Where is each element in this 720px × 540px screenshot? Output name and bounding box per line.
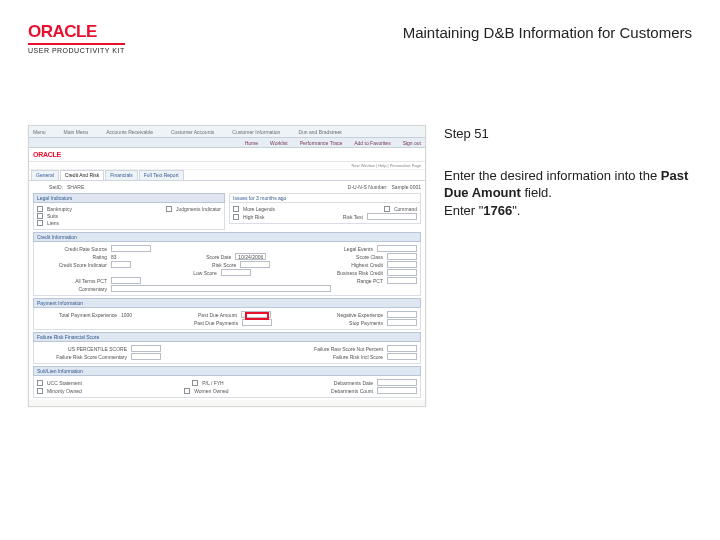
- input[interactable]: [377, 245, 417, 252]
- input[interactable]: [387, 261, 417, 268]
- field-label: Highest Credit: [351, 262, 383, 268]
- payment-info-body: Total Payment Experience1000Past Due Amo…: [33, 308, 421, 330]
- field-label: Failure Raw Score Not Percent: [314, 346, 383, 352]
- field-label: Business Risk Credit: [337, 270, 383, 276]
- field-label: US PERCENTILE SCORE: [37, 346, 127, 352]
- app-logo-row: ORACLE: [29, 148, 425, 162]
- input[interactable]: [221, 269, 251, 276]
- checkbox[interactable]: [166, 206, 172, 212]
- input[interactable]: [387, 345, 417, 352]
- field-label: UCC Statement: [47, 380, 82, 386]
- duns-label: D-U-N-S Number:: [348, 184, 388, 190]
- input[interactable]: [387, 253, 417, 260]
- oracle-logo-subtitle: USER PRODUCTIVITY KIT: [28, 43, 125, 54]
- failure-section-header: Failure Risk Financial Score: [33, 332, 421, 342]
- checkbox[interactable]: [233, 214, 239, 220]
- failure-section-body: US PERCENTILE SCOREFailure Raw Score Not…: [33, 342, 421, 364]
- field-label: Suits: [47, 213, 58, 219]
- menu-item: Customer Accounts: [171, 129, 214, 135]
- field-label: Credit Rate Source: [37, 246, 107, 252]
- submenu-item: Sign out: [403, 140, 421, 146]
- checkbox[interactable]: [37, 206, 43, 212]
- setid-value: SHARE: [67, 184, 84, 190]
- credit-info-body: Credit Rate SourceLegal Events Rating83S…: [33, 242, 421, 296]
- field-label: Score Class: [356, 254, 383, 260]
- application-screenshot: Menu Main Menu Accounts Receivable Custo…: [28, 125, 426, 407]
- app-logo: ORACLE: [33, 151, 61, 158]
- credit-info-header: Credit Information: [33, 232, 421, 242]
- field-label: Women Owned: [194, 388, 228, 394]
- field-label: Command: [394, 206, 417, 212]
- menu-item: Dun and Bradstreet: [298, 129, 341, 135]
- input[interactable]: [111, 261, 131, 268]
- legal-indicators-body: BankruptcyJudgments Indicator Suits Lien…: [33, 203, 225, 230]
- checkbox[interactable]: [233, 206, 239, 212]
- suit-section-body: UCC StatementP/L / FYHDebarments Date Mi…: [33, 376, 421, 398]
- form-panel: SetID: SHARE D-U-N-S Number: Sample 0001…: [29, 180, 425, 400]
- field-highlight: [245, 312, 269, 320]
- field-label: Risk Score: [212, 262, 236, 268]
- input[interactable]: [111, 245, 151, 252]
- field-value: 83: [111, 254, 117, 260]
- oracle-logo: ORACLE: [28, 22, 125, 42]
- field-label: Total Payment Experience: [37, 312, 117, 318]
- instruction-text: Enter the desired information into the P…: [444, 167, 692, 220]
- field-label: All Terms PCT: [37, 278, 107, 284]
- field-label: Commentary: [37, 286, 107, 292]
- field-label: More Legends: [243, 206, 275, 212]
- submenu-item: Home: [245, 140, 258, 146]
- checkbox[interactable]: [37, 213, 43, 219]
- tab-financials[interactable]: Financials: [105, 170, 138, 180]
- tab-full-text[interactable]: Full Text Report: [139, 170, 184, 180]
- tab-credit-and-risk[interactable]: Credit And Risk: [60, 170, 104, 180]
- field-label: Range PCT: [357, 278, 383, 284]
- checkbox[interactable]: [384, 206, 390, 212]
- input[interactable]: [111, 277, 141, 284]
- checkbox[interactable]: [37, 380, 43, 386]
- field-label: Negative Experience: [337, 312, 383, 318]
- instruction-panel: Step 51 Enter the desired information in…: [444, 125, 692, 407]
- document-title: Maintaining D&B Information for Customer…: [403, 24, 692, 41]
- menu-item: Main Menu: [64, 129, 89, 135]
- tab-general[interactable]: General: [31, 170, 59, 180]
- field-label: Bankruptcy: [47, 206, 72, 212]
- field-label: Liens: [47, 220, 59, 226]
- submenu-item: Performance Trace: [300, 140, 343, 146]
- menu-item: Menu: [33, 129, 46, 135]
- app-tabs: General Credit And Risk Financials Full …: [29, 170, 425, 180]
- setid-label: SetID:: [33, 184, 63, 190]
- input[interactable]: [131, 345, 161, 352]
- document-header: ORACLE USER PRODUCTIVITY KIT Maintaining…: [28, 22, 692, 54]
- field-label: Judgments Indicator: [176, 206, 221, 212]
- instruction-value: 1766: [483, 203, 512, 218]
- field-label: P/L / FYH: [202, 380, 224, 386]
- field-label: Past Due Payments: [194, 320, 238, 326]
- field-label: Minority Owned: [47, 388, 82, 394]
- checkbox[interactable]: [192, 380, 198, 386]
- input[interactable]: [367, 213, 417, 220]
- field-label: Low Score: [193, 270, 217, 276]
- commentary-input[interactable]: [111, 285, 331, 292]
- input[interactable]: [387, 319, 417, 326]
- input[interactable]: [387, 269, 417, 276]
- score-date-input[interactable]: 10/24/2006: [235, 253, 266, 260]
- input[interactable]: [387, 353, 417, 360]
- input[interactable]: [377, 379, 417, 386]
- field-label: Score Date: [206, 254, 231, 260]
- app-submenu: Home Worklist Performance Trace Add to F…: [29, 138, 425, 148]
- input[interactable]: [377, 387, 417, 394]
- input[interactable]: [387, 277, 417, 284]
- checkbox[interactable]: [37, 388, 43, 394]
- past-due-amount-label: Past Due Amount: [198, 312, 237, 318]
- input[interactable]: [387, 311, 417, 318]
- checkbox[interactable]: [37, 220, 43, 226]
- input[interactable]: [242, 319, 272, 326]
- setid-row: SetID: SHARE D-U-N-S Number: Sample 0001: [33, 184, 421, 190]
- input[interactable]: [131, 353, 161, 360]
- step-number: Step 51: [444, 125, 692, 143]
- app-topmenu: Menu Main Menu Accounts Receivable Custo…: [29, 126, 425, 138]
- oracle-logo-block: ORACLE USER PRODUCTIVITY KIT: [28, 22, 125, 54]
- input[interactable]: [240, 261, 270, 268]
- checkbox[interactable]: [184, 388, 190, 394]
- submenu-item: Add to Favorites: [354, 140, 390, 146]
